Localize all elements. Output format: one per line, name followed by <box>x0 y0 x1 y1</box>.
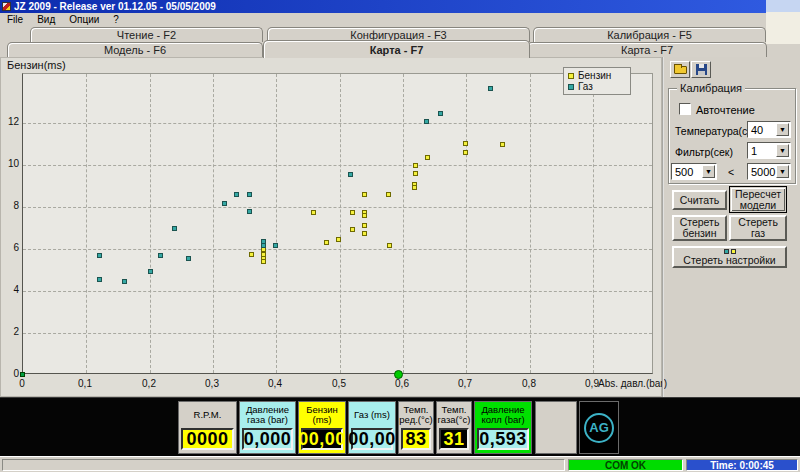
petrol-ms-indicator: Бензин (ms) 00,00 <box>298 401 346 454</box>
tab-advanced-f8[interactable]: Карта - F7 <box>527 42 767 57</box>
plot-area <box>22 73 653 374</box>
data-point-Газ <box>424 119 429 124</box>
range-high-select[interactable]: 5000 ▼ <box>747 163 791 180</box>
title-bar: JZ 2009 - Release ver 01.12.05 - 05/05/2… <box>0 0 766 13</box>
com-status: COM OK <box>568 459 683 471</box>
data-point-Бензин <box>425 155 430 160</box>
filter-select[interactable]: 1 ▼ <box>747 142 791 159</box>
y-tick-label: 0 <box>3 368 19 379</box>
data-point-Бензин <box>350 210 355 215</box>
legend: БензинГаз <box>563 67 631 95</box>
autoread-label: Авточтение <box>696 104 755 116</box>
menu-view[interactable]: Вид <box>30 14 62 25</box>
chevron-down-icon[interactable]: ▼ <box>776 144 789 157</box>
data-point-Бензин <box>500 142 505 147</box>
x-gridline <box>593 74 594 373</box>
gas-pressure-indicator: Давлениегаза (bar) 0,000 <box>239 401 296 454</box>
data-point-Бензин <box>324 240 329 245</box>
x-tick-label: 0,4 <box>260 378 290 389</box>
data-point-Газ <box>247 192 252 197</box>
x-axis-title: Abs. давл.(bar) <box>598 378 667 389</box>
menu-file[interactable]: File <box>0 14 30 25</box>
data-point-Бензин <box>362 213 367 218</box>
reducer-temp-indicator: Темп.ред.(°с) 83 <box>398 401 434 454</box>
data-point-Бензин <box>413 171 418 176</box>
data-point-Бензин <box>362 231 367 236</box>
temperature-select[interactable]: 40 ▼ <box>747 121 791 138</box>
collector-pressure-marker <box>394 370 403 379</box>
temperature-label: Температура(с) <box>675 125 751 137</box>
indicator-strip: R.P.M. 0000 Давлениегаза (bar) 0,000 Бен… <box>0 397 800 456</box>
data-point-Газ <box>186 256 191 261</box>
gas-ms-value: 00,00 <box>351 428 393 450</box>
data-point-Бензин <box>386 192 391 197</box>
desktop-corner-bottom <box>766 12 800 44</box>
data-point-Газ <box>234 192 239 197</box>
y-tick-label: 4 <box>3 284 19 295</box>
erase-petrol-button[interactable]: Стереть бензин <box>672 215 727 241</box>
data-point-Бензин <box>362 192 367 197</box>
recalc-model-button[interactable]: Пересчет модели <box>729 186 787 213</box>
desktop-corner-top <box>766 0 800 12</box>
ag-logo-panel: AG <box>579 401 619 454</box>
tab-reading-f2[interactable]: Чтение - F2 <box>30 27 263 42</box>
rpm-label: R.P.M. <box>194 410 222 420</box>
data-point-Газ <box>261 243 266 248</box>
save-file-button[interactable] <box>691 61 711 78</box>
x-tick-label: 0,2 <box>134 378 164 389</box>
collector-pressure-value: 0,593 <box>477 428 529 450</box>
y-tick-label: 8 <box>3 200 19 211</box>
y-tick-label: 12 <box>3 116 19 127</box>
menu-options[interactable]: Опции <box>62 14 106 25</box>
y-gridline <box>23 249 652 250</box>
x-tick-label: 0,1 <box>70 378 100 389</box>
spare-indicator-panel <box>535 401 577 454</box>
read-button[interactable]: Считать <box>672 190 727 210</box>
legend-label: Газ <box>578 81 593 92</box>
ag-logo: AG <box>584 413 614 443</box>
data-point-Газ <box>273 243 278 248</box>
data-point-Бензин <box>412 185 417 190</box>
calibration-panel: Калибрация Авточтение Температура(с) 40 … <box>664 57 800 397</box>
data-point-Бензин <box>362 223 367 228</box>
range-low-value: 500 <box>672 166 702 178</box>
x-gridline <box>466 74 467 373</box>
data-point-Бензин <box>336 237 341 242</box>
x-gridline <box>530 74 531 373</box>
x-tick-label: 0 <box>7 378 37 389</box>
range-low-select[interactable]: 500 ▼ <box>671 163 717 180</box>
chevron-down-icon[interactable]: ▼ <box>702 165 715 178</box>
x-tick-label: 0,7 <box>450 378 480 389</box>
series-swatches-icon <box>724 249 736 254</box>
autoread-checkbox[interactable] <box>679 103 691 115</box>
window-title: JZ 2009 - Release ver 01.12.05 - 05/05/2… <box>14 1 216 12</box>
app-icon <box>2 2 11 11</box>
erase-settings-button[interactable]: Стереть настройки <box>672 246 787 268</box>
data-point-Газ <box>488 86 493 91</box>
tab-map-f7[interactable]: Карта - F7 <box>263 40 530 58</box>
range-high-value: 5000 <box>748 166 776 178</box>
tab-model-f6[interactable]: Модель - F6 <box>7 42 263 57</box>
legend-item-Газ: Газ <box>568 81 626 92</box>
chevron-down-icon[interactable]: ▼ <box>776 123 789 136</box>
erase-settings-label: Стереть настройки <box>683 255 775 266</box>
calibration-groupbox: Калибрация Авточтение Температура(с) 40 … <box>668 88 796 184</box>
status-bar: COM OK Time: 0:00:45 <box>0 456 800 472</box>
open-file-button[interactable] <box>670 61 690 78</box>
y-tick-label: 10 <box>3 158 19 169</box>
Бензин-swatch-icon <box>568 73 574 79</box>
data-point-Газ <box>122 279 127 284</box>
x-gridline <box>276 74 277 373</box>
data-point-Газ <box>148 269 153 274</box>
menu-help[interactable]: ? <box>106 14 126 25</box>
tab-calibration-f5[interactable]: Калибрация - F5 <box>533 27 766 42</box>
temperature-value: 40 <box>748 124 776 136</box>
y-gridline <box>23 165 652 166</box>
chevron-down-icon[interactable]: ▼ <box>776 165 789 178</box>
folder-open-icon <box>674 66 687 74</box>
erase-gas-button[interactable]: Стереть газ <box>729 215 787 241</box>
chart-panel: Бензин(ms) Abs. давл.(bar) БензинГаз 00,… <box>0 57 662 397</box>
data-point-Бензин <box>463 150 468 155</box>
rpm-indicator: R.P.M. 0000 <box>178 401 237 454</box>
legend-item-Бензин: Бензин <box>568 70 626 81</box>
